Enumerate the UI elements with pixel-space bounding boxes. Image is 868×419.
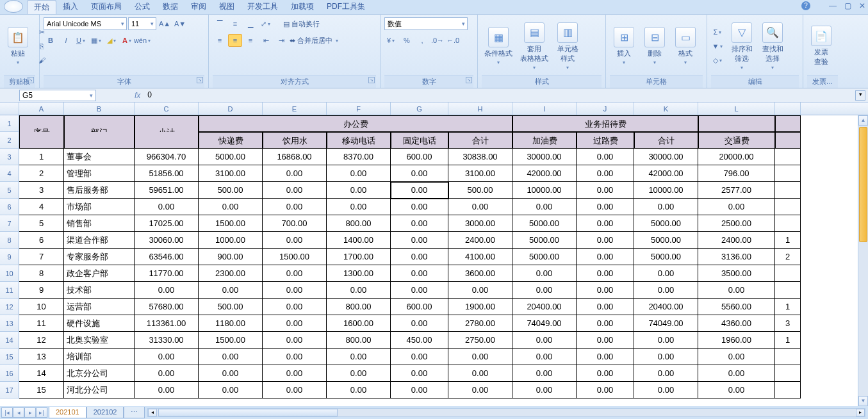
italic-button[interactable]: I bbox=[59, 34, 73, 47]
cell-r14-c2[interactable]: 31330.00 bbox=[135, 332, 199, 349]
cell-r11-c4[interactable]: 0.00 bbox=[263, 282, 327, 299]
cell-r13-c2[interactable]: 113361.00 bbox=[135, 315, 199, 332]
cell-r8-c5[interactable]: 1400.00 bbox=[327, 232, 391, 249]
cell-r16-c4[interactable]: 0.00 bbox=[263, 365, 327, 382]
cell-r11-c11[interactable]: 0.00 bbox=[698, 282, 775, 299]
cell-r14-c9[interactable]: 0.00 bbox=[577, 332, 634, 349]
indent-increase-icon[interactable]: ⇥ bbox=[274, 34, 288, 47]
cell-r14-c6[interactable]: 450.00 bbox=[391, 332, 448, 349]
cell-r4-c1[interactable]: 管理部 bbox=[64, 165, 135, 182]
cell-r3-c1[interactable]: 董事会 bbox=[64, 149, 135, 165]
cell-r16-c0[interactable]: 14 bbox=[19, 365, 64, 382]
comma-icon[interactable]: , bbox=[415, 34, 429, 47]
cell-r7-c5[interactable]: 800.00 bbox=[327, 215, 391, 232]
row-header-9[interactable]: 9 bbox=[0, 249, 19, 265]
cell-r15-c0[interactable]: 13 bbox=[19, 349, 64, 365]
ribbon-tab-3[interactable]: 公式 bbox=[128, 0, 156, 14]
hdr-sub-6[interactable]: 过路费 bbox=[577, 132, 634, 149]
cell-r7-c10[interactable]: 5000.00 bbox=[634, 215, 698, 232]
cell-r13-c3[interactable]: 1180.00 bbox=[199, 315, 263, 332]
close-icon[interactable]: ✕ bbox=[859, 1, 865, 10]
decrease-decimal-icon[interactable]: ←.0 bbox=[446, 34, 460, 47]
cell-r4-c2[interactable]: 51856.00 bbox=[135, 165, 199, 182]
cell-r3-c12[interactable] bbox=[775, 149, 801, 165]
cell-r10-c2[interactable]: 11770.00 bbox=[135, 265, 199, 282]
name-box-dropdown[interactable]: ▾ bbox=[90, 92, 93, 99]
delete-cells-button[interactable]: ⊟删除▾ bbox=[641, 26, 669, 67]
sheet-nav-next-icon[interactable]: ▸ bbox=[24, 407, 36, 418]
currency-icon[interactable]: ¥▾ bbox=[384, 34, 398, 47]
horizontal-scrollbar[interactable]: ◂ ▸ bbox=[147, 408, 865, 417]
cell-r17-c12[interactable] bbox=[775, 382, 801, 398]
fill-color-button[interactable]: ◢▾ bbox=[105, 34, 119, 47]
cell-r15-c11[interactable]: 0.00 bbox=[698, 349, 775, 365]
row-header-2[interactable]: 2 bbox=[0, 132, 19, 149]
cell-r8-c0[interactable]: 6 bbox=[19, 232, 64, 249]
cell-r8-c1[interactable]: 渠道合作部 bbox=[64, 232, 135, 249]
cell-r10-c11[interactable]: 3500.00 bbox=[698, 265, 775, 282]
find-select-button[interactable]: 🔍查找和 选择▾ bbox=[758, 21, 787, 72]
cell-r15-c5[interactable]: 0.00 bbox=[327, 349, 391, 365]
cell-r8-c12[interactable]: 1 bbox=[775, 232, 801, 249]
ribbon-tab-0[interactable]: 开始 bbox=[27, 0, 56, 14]
cell-r8-c3[interactable]: 1000.00 bbox=[199, 232, 263, 249]
cell-r6-c6[interactable]: 0.00 bbox=[391, 199, 448, 215]
sort-filter-button[interactable]: ▽排序和 筛选▾ bbox=[728, 21, 756, 72]
cell-r14-c1[interactable]: 北奥实验室 bbox=[64, 332, 135, 349]
cell-r9-c2[interactable]: 63546.00 bbox=[135, 249, 199, 265]
cell-r8-c4[interactable]: 0.00 bbox=[263, 232, 327, 249]
cell-r12-c11[interactable]: 5560.00 bbox=[698, 299, 775, 315]
cell-r8-c9[interactable]: 0.00 bbox=[577, 232, 634, 249]
hdr-biz[interactable]: 业务招待费 bbox=[512, 115, 698, 132]
cell-r16-c3[interactable]: 0.00 bbox=[199, 365, 263, 382]
cell-r7-c4[interactable]: 700.00 bbox=[263, 215, 327, 232]
cell-r13-c10[interactable]: 74049.00 bbox=[634, 315, 698, 332]
cell-r7-c6[interactable]: 0.00 bbox=[391, 215, 448, 232]
vertical-scrollbar[interactable]: ▲ ▼ bbox=[858, 115, 868, 406]
vscroll-thumb[interactable] bbox=[859, 127, 867, 242]
font-launcher[interactable]: ↘ bbox=[197, 77, 203, 83]
name-box[interactable]: G5▾ bbox=[19, 90, 96, 101]
ribbon-tab-4[interactable]: 数据 bbox=[156, 0, 184, 14]
cell-r5-c3[interactable]: 500.00 bbox=[199, 182, 263, 199]
fx-icon[interactable]: fx bbox=[135, 91, 140, 100]
cell-r14-c7[interactable]: 2750.00 bbox=[448, 332, 512, 349]
cell-r11-c1[interactable]: 技术部 bbox=[64, 282, 135, 299]
hdr-sub-1[interactable]: 饮用水 bbox=[263, 132, 327, 149]
office-button[interactable] bbox=[4, 0, 23, 13]
cell-r13-c4[interactable]: 0.00 bbox=[263, 315, 327, 332]
cell-r11-c6[interactable]: 0.00 bbox=[391, 282, 448, 299]
hdr-sub-4[interactable]: 合计 bbox=[448, 132, 512, 149]
cell-r13-c8[interactable]: 74049.00 bbox=[512, 315, 577, 332]
row-header-11[interactable]: 11 bbox=[0, 282, 19, 299]
cell-r5-c9[interactable]: 0.00 bbox=[577, 182, 634, 199]
cell-r4-c4[interactable]: 0.00 bbox=[263, 165, 327, 182]
hdr-sub-5[interactable]: 加油费 bbox=[512, 132, 577, 149]
cell-r4-c12[interactable] bbox=[775, 165, 801, 182]
cell-r10-c0[interactable]: 8 bbox=[19, 265, 64, 282]
cell-r6-c1[interactable]: 市场部 bbox=[64, 199, 135, 215]
hdr-dept2[interactable] bbox=[64, 132, 135, 149]
cell-r17-c4[interactable]: 0.00 bbox=[263, 382, 327, 398]
cell-r12-c10[interactable]: 20400.00 bbox=[634, 299, 698, 315]
sheet-nav-last-icon[interactable]: ▸| bbox=[36, 407, 47, 418]
cell-r16-c5[interactable]: 0.00 bbox=[327, 365, 391, 382]
cell-r11-c10[interactable]: 0.00 bbox=[634, 282, 698, 299]
col-header-C[interactable]: C bbox=[135, 103, 199, 115]
cell-r12-c8[interactable]: 20400.00 bbox=[512, 299, 577, 315]
font-size-combo[interactable]: 11 bbox=[128, 17, 156, 30]
cell-r14-c3[interactable]: 1500.00 bbox=[199, 332, 263, 349]
cell-r15-c3[interactable]: 0.00 bbox=[199, 349, 263, 365]
cell-r6-c12[interactable] bbox=[775, 199, 801, 215]
cell-r9-c5[interactable]: 1700.00 bbox=[327, 249, 391, 265]
cell-r7-c12[interactable] bbox=[775, 215, 801, 232]
col-header-H[interactable]: H bbox=[448, 103, 512, 115]
hdr-subtotal[interactable]: 小计 bbox=[135, 115, 199, 132]
cell-r9-c11[interactable]: 3136.00 bbox=[698, 249, 775, 265]
merge-center-button[interactable]: ⬌合并后居中▾ bbox=[290, 36, 340, 45]
restore-icon[interactable]: ▢ bbox=[844, 1, 851, 10]
conditional-format-button[interactable]: ▦条件格式▾ bbox=[482, 26, 515, 67]
ribbon-tab-6[interactable]: 视图 bbox=[213, 0, 241, 14]
invoice-check-button[interactable]: 📄发票 查验 bbox=[807, 24, 835, 68]
cell-r5-c1[interactable]: 售后服务部 bbox=[64, 182, 135, 199]
